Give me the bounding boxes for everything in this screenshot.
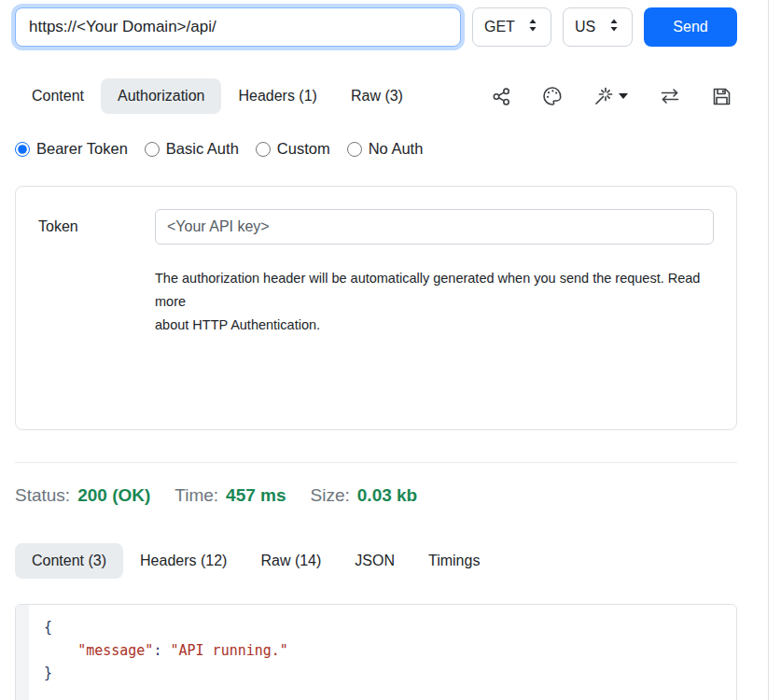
swap-arrows-icon[interactable]: [659, 87, 681, 105]
radio-label: Custom: [277, 140, 330, 158]
token-label: Token: [38, 218, 155, 235]
response-status-row: Status: 200 (OK) Time: 457 ms Size: 0.03…: [15, 485, 737, 506]
updown-arrows-icon: [607, 18, 621, 36]
method-select[interactable]: GET: [472, 7, 551, 47]
token-row: Token: [38, 209, 714, 245]
method-select-value: GET: [484, 19, 515, 35]
status-time: Time: 457 ms: [174, 485, 286, 506]
token-input[interactable]: [155, 209, 714, 245]
palette-icon[interactable]: [542, 86, 563, 106]
auth-help-line2: about HTTP Authentication.: [155, 314, 714, 337]
tab-headers[interactable]: Headers (1): [221, 78, 333, 114]
auth-help-line1: The authorization header will be automat…: [155, 267, 714, 314]
tab-raw[interactable]: Raw (3): [334, 78, 420, 114]
response-body-block: { "message": "API running."}: [15, 604, 737, 700]
status-value: 200 (OK): [77, 485, 150, 506]
auth-option-custom[interactable]: Custom: [256, 140, 330, 158]
request-bar: GET US Send: [15, 7, 737, 47]
time-label: Time:: [174, 485, 218, 506]
custom-radio[interactable]: [256, 142, 271, 157]
save-icon[interactable]: [712, 87, 732, 106]
size-label: Size:: [311, 485, 350, 506]
auth-option-bearer-token[interactable]: Bearer Token: [15, 140, 128, 158]
bearer-token-panel: Token The authorization header will be a…: [15, 186, 737, 430]
code-gutter: [16, 605, 29, 700]
auth-type-options: Bearer Token Basic Auth Custom No Auth: [15, 140, 737, 158]
no-auth-radio[interactable]: [347, 142, 362, 157]
auth-help-text: The authorization header will be automat…: [155, 267, 714, 337]
region-select[interactable]: US: [563, 7, 633, 47]
send-button[interactable]: Send: [644, 7, 737, 47]
column-divider: [768, 0, 769, 700]
bearer-token-radio[interactable]: [15, 142, 30, 157]
basic-auth-radio[interactable]: [145, 142, 160, 157]
time-value: 457 ms: [226, 485, 286, 506]
status-label: Status:: [15, 485, 70, 506]
response-body-code: { "message": "API running."}: [29, 605, 736, 700]
resp-tab-raw[interactable]: Raw (14): [244, 543, 338, 579]
resp-tab-timings[interactable]: Timings: [411, 543, 496, 579]
radio-label: No Auth: [369, 140, 424, 158]
chevron-down-icon: [619, 93, 628, 99]
url-input[interactable]: [15, 7, 461, 47]
magic-wand-icon[interactable]: [593, 86, 628, 106]
status-size: Size: 0.03 kb: [311, 485, 418, 506]
section-divider: [15, 462, 737, 463]
status-code: Status: 200 (OK): [15, 485, 150, 506]
tab-authorization[interactable]: Authorization: [101, 78, 221, 114]
auth-option-no-auth[interactable]: No Auth: [347, 140, 424, 158]
region-select-value: US: [575, 19, 595, 35]
request-toolbar: [492, 86, 737, 106]
response-tabs: Content (3) Headers (12) Raw (14) JSON T…: [15, 543, 737, 579]
main-column: GET US Send Content Authorization Header…: [0, 0, 752, 700]
radio-label: Basic Auth: [166, 140, 239, 158]
api-client-page: GET US Send Content Authorization Header…: [0, 0, 781, 700]
tab-content[interactable]: Content: [15, 78, 101, 114]
share-icon[interactable]: [492, 87, 511, 106]
resp-tab-content[interactable]: Content (3): [15, 543, 123, 579]
request-tabs: Content Authorization Headers (1) Raw (3…: [15, 78, 737, 114]
size-value: 0.03 kb: [357, 485, 417, 506]
resp-tab-headers[interactable]: Headers (12): [123, 543, 244, 579]
resp-tab-json[interactable]: JSON: [338, 543, 411, 579]
updown-arrows-icon: [526, 18, 539, 36]
auth-option-basic-auth[interactable]: Basic Auth: [145, 140, 239, 158]
radio-label: Bearer Token: [36, 140, 128, 158]
